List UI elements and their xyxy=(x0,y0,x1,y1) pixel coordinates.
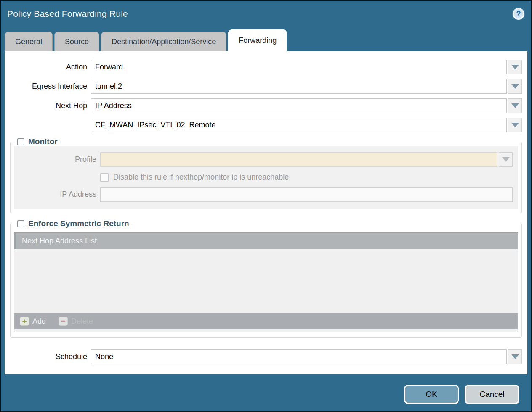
profile-dropdown-button xyxy=(499,152,513,167)
disable-rule-label: Disable this rule if nexthop/monitor ip … xyxy=(113,173,289,182)
tab-destination-application-service[interactable]: Destination/Application/Service xyxy=(101,32,226,51)
monitor-section: Monitor Profile Disable this rule if nex… xyxy=(10,137,522,213)
next-hop-address-row xyxy=(5,118,527,132)
next-hop-type-input[interactable] xyxy=(91,98,507,113)
profile-input xyxy=(100,152,497,167)
next-hop-address-list-table: Next Hop Address List Add Delete xyxy=(14,232,518,332)
enforce-symmetric-return-section: Enforce Symmetric Return Next Hop Addres… xyxy=(10,219,522,338)
forwarding-tab-panel: Action Egress Interface Next Hop Monitor xyxy=(5,51,527,374)
add-button[interactable]: Add xyxy=(20,317,46,326)
egress-interface-label: Egress Interface xyxy=(10,82,91,91)
egress-interface-input[interactable] xyxy=(91,79,507,94)
action-row: Action xyxy=(5,60,527,74)
chevron-down-icon xyxy=(511,103,519,108)
monitor-legend-label: Monitor xyxy=(28,137,58,146)
enforce-symmetric-return-checkbox[interactable] xyxy=(17,220,24,227)
delete-button: Delete xyxy=(59,317,93,326)
monitor-ip-address-input xyxy=(100,187,513,202)
next-hop-dropdown-button[interactable] xyxy=(508,98,522,113)
next-hop-address-input[interactable] xyxy=(91,118,507,132)
egress-interface-row: Egress Interface xyxy=(5,79,527,94)
schedule-label: Schedule xyxy=(10,352,91,361)
chevron-down-icon xyxy=(502,157,510,162)
add-button-label: Add xyxy=(32,317,46,326)
egress-interface-dropdown-button[interactable] xyxy=(508,79,522,94)
minus-icon xyxy=(59,317,68,326)
monitor-checkbox[interactable] xyxy=(17,138,24,145)
monitor-ip-address-row: IP Address xyxy=(14,187,518,202)
next-hop-address-list-body[interactable] xyxy=(14,249,518,313)
monitor-legend: Monitor xyxy=(15,137,60,146)
chevron-down-icon xyxy=(511,65,519,69)
next-hop-label: Next Hop xyxy=(10,101,91,110)
monitor-body: Profile Disable this rule if nexthop/mon… xyxy=(14,146,518,209)
tab-forwarding[interactable]: Forwarding xyxy=(228,29,287,51)
next-hop-address-list-header[interactable]: Next Hop Address List xyxy=(14,233,518,249)
chevron-down-icon xyxy=(511,354,519,359)
profile-row: Profile xyxy=(14,152,518,167)
chevron-down-icon xyxy=(511,123,519,127)
action-label: Action xyxy=(10,63,91,71)
disable-rule-checkbox xyxy=(100,173,109,182)
help-icon[interactable]: ? xyxy=(513,8,524,20)
tab-strip: General Source Destination/Application/S… xyxy=(1,27,531,51)
schedule-dropdown-button[interactable] xyxy=(508,349,522,364)
schedule-input[interactable] xyxy=(91,349,507,364)
tab-source[interactable]: Source xyxy=(54,32,99,51)
disable-rule-row: Disable this rule if nexthop/monitor ip … xyxy=(100,173,513,182)
plus-icon xyxy=(20,317,29,326)
titlebar: Policy Based Forwarding Rule ? xyxy=(1,1,531,27)
next-hop-row: Next Hop xyxy=(5,98,527,113)
next-hop-address-dropdown-button[interactable] xyxy=(508,118,522,132)
profile-label: Profile xyxy=(19,155,100,164)
monitor-ip-address-label: IP Address xyxy=(19,190,100,199)
pbf-rule-dialog: Policy Based Forwarding Rule ? General S… xyxy=(0,0,532,412)
schedule-row: Schedule xyxy=(5,349,527,364)
cancel-button[interactable]: Cancel xyxy=(465,385,519,404)
enforce-symmetric-return-legend: Enforce Symmetric Return xyxy=(15,219,132,228)
action-dropdown-button[interactable] xyxy=(508,60,522,74)
table-bottom-strip xyxy=(14,329,518,332)
dialog-footer: OK Cancel xyxy=(1,374,531,411)
action-input[interactable] xyxy=(91,60,507,74)
ok-button[interactable]: OK xyxy=(404,385,459,404)
delete-button-label: Delete xyxy=(71,317,93,326)
dialog-title: Policy Based Forwarding Rule xyxy=(7,9,128,19)
chevron-down-icon xyxy=(511,84,519,89)
enforce-symmetric-return-legend-label: Enforce Symmetric Return xyxy=(28,219,129,228)
tab-general[interactable]: General xyxy=(5,32,53,51)
table-toolbar: Add Delete xyxy=(14,313,518,329)
